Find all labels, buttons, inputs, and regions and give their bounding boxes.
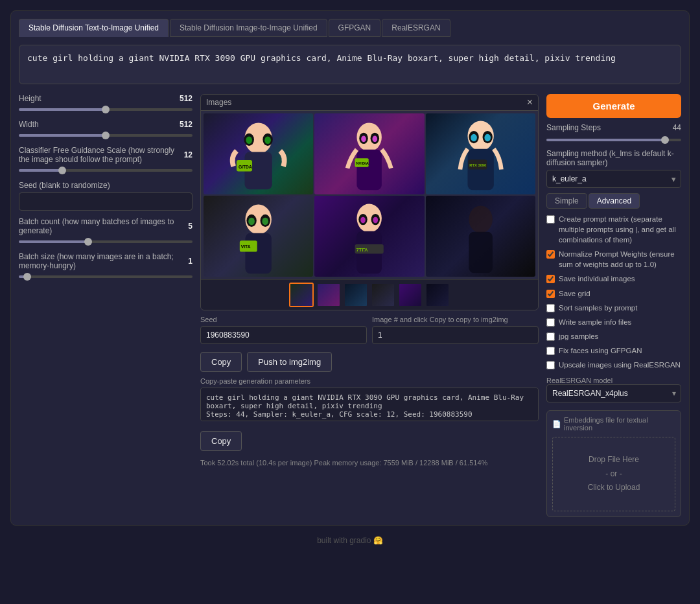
svg-text:RTX 3090: RTX 3090 (469, 163, 486, 167)
svg-text:NVIDIA: NVIDIA (356, 161, 369, 165)
image-num-input[interactable] (372, 326, 539, 344)
opt-write-info: Write sample info files (546, 317, 681, 327)
opt-save-grid-label: Save grid (559, 288, 590, 299)
prompt-input[interactable]: cute girl holding a giant NVIDIA RTX 309… (19, 45, 681, 84)
seed-field-label: Seed (200, 316, 367, 323)
cfg-scale-label: Classifier Free Guidance Scale (how stro… (19, 146, 184, 164)
batch-count-label: Batch count (how many batches of images … (19, 217, 188, 235)
opt-jpg-samples-checkbox[interactable] (546, 332, 555, 341)
opt-sort-samples-checkbox[interactable] (546, 304, 555, 312)
opt-save-individual: Save individual images (546, 273, 681, 284)
opt-save-grid-checkbox[interactable] (546, 290, 555, 298)
copy-paste-section: Copy-paste generation parameters cute gi… (200, 377, 539, 423)
thumbnail-1[interactable] (289, 283, 314, 307)
svg-point-40 (469, 205, 493, 233)
status-text: Took 52.02s total (10.4s per image) Peak… (200, 459, 539, 467)
advanced-options: Create prompt matrix (separate multiple … (546, 214, 681, 402)
svg-text:VITA: VITA (241, 244, 251, 249)
opt-normalize-weights-checkbox[interactable] (546, 250, 555, 259)
opt-upscale: Upscale images using RealESRGAN (546, 360, 681, 370)
tab-realesrgan[interactable]: RealESRGAN (382, 19, 450, 37)
thumbnail-2[interactable] (316, 283, 341, 307)
copy-button-2[interactable]: Copy (200, 431, 242, 451)
center-panel: Images × (200, 94, 539, 517)
width-param: Width 512 (19, 120, 192, 139)
height-slider-track[interactable] (19, 108, 192, 111)
opt-normalize-weights-label: Normalize Prompt Weights (ensure sum of … (559, 249, 681, 270)
svg-rect-41 (469, 232, 493, 273)
image-cell-4[interactable]: VITA (204, 196, 313, 277)
copy-button-1[interactable]: Copy (200, 352, 242, 372)
left-panel: Height 512 Width 512 (19, 94, 192, 517)
image-cell-3[interactable]: RTX 3090 (426, 113, 535, 194)
opt-save-grid: Save grid (546, 288, 681, 299)
copy-paste-label: Copy-paste generation parameters (200, 377, 539, 385)
realesrgan-select[interactable]: RealESRGAN_x4plus RealESRGAN_x4plus_anim… (546, 384, 681, 402)
modal-close-button[interactable]: × (527, 97, 533, 108)
svg-text:7TΓΛ: 7TΓΛ (356, 247, 369, 253)
svg-point-5 (264, 137, 271, 145)
batch-size-slider-track[interactable] (19, 275, 192, 278)
opt-save-individual-label: Save individual images (559, 273, 635, 284)
copy-push-row: Copy Push to img2img (200, 352, 539, 372)
image-modal: Images × (200, 94, 539, 310)
batch-count-param: Batch count (how many batches of images … (19, 217, 192, 246)
seed-imagenum-row: Seed Image # and click Copy to copy to i… (200, 316, 539, 344)
cfg-slider-track[interactable] (19, 169, 192, 172)
sub-tab-simple[interactable]: Simple (546, 193, 587, 209)
opt-prompt-matrix-checkbox[interactable] (546, 215, 555, 224)
batch-count-slider-track[interactable] (19, 240, 192, 243)
copy-params-btn-row: Copy (200, 431, 539, 451)
height-value: 512 (180, 94, 192, 103)
thumbnail-6[interactable] (425, 283, 450, 307)
seed-input[interactable] (19, 192, 192, 211)
image-cell-1[interactable]: GITDA (204, 113, 313, 194)
opt-upscale-checkbox[interactable] (546, 361, 555, 369)
realesrgan-model-section: RealESRGAN model RealESRGAN_x4plus RealE… (546, 374, 681, 402)
image-cell-6[interactable] (426, 196, 535, 277)
seed-label: Seed (blank to randomize) (19, 181, 192, 190)
opt-sort-samples-label: Sort samples by prompt (559, 303, 637, 313)
copy-paste-textarea[interactable]: cute girl holding a giant NVIDIA RTX 309… (200, 388, 539, 421)
opt-upscale-label: Upscale images using RealESRGAN (559, 360, 681, 370)
image-cell-2[interactable]: NVIDIA (314, 113, 424, 194)
tab-img2img[interactable]: Stable Diffusion Image-to-Image Unified (170, 19, 327, 37)
svg-point-37 (373, 217, 379, 224)
realesrgan-label: RealESRGAN model (546, 377, 681, 384)
opt-prompt-matrix: Create prompt matrix (separate multiple … (546, 214, 681, 245)
push-button[interactable]: Push to img2img (247, 352, 332, 372)
width-label: Width (19, 120, 39, 129)
opt-jpg-samples-label: jpg samples (559, 331, 598, 342)
sampling-steps-value: 44 (673, 123, 681, 132)
tab-gfpgan[interactable]: GFPGAN (329, 19, 381, 37)
drop-zone[interactable]: Drop File Here- or -Click to Upload (552, 437, 675, 511)
sampling-steps-label: Sampling Steps (546, 123, 601, 132)
cfg-scale-value: 12 (184, 150, 192, 159)
svg-point-13 (373, 136, 378, 143)
thumbnail-3[interactable] (344, 283, 368, 307)
opt-fix-faces-checkbox[interactable] (546, 347, 555, 355)
opt-fix-faces-label: Fix faces using GFPGAN (559, 345, 642, 356)
seed-field-input[interactable] (200, 326, 367, 344)
tab-txt2img[interactable]: Stable Diffusion Text-to-Image Unified (19, 19, 169, 37)
svg-point-20 (471, 134, 477, 142)
opt-write-info-checkbox[interactable] (546, 318, 555, 327)
width-slider-track[interactable] (19, 134, 192, 137)
image-cell-5[interactable]: 7TΓΛ (314, 196, 424, 277)
sampling-method-select[interactable]: k_euler_a k_euler k_lms DDIM PLMS (546, 170, 681, 188)
generate-button[interactable]: Generate (546, 94, 681, 118)
sub-tabs: Simple Advanced (546, 193, 681, 209)
thumbnail-4[interactable] (371, 283, 395, 307)
sub-tab-advanced[interactable]: Advanced (589, 193, 640, 209)
batch-size-value: 1 (188, 257, 192, 266)
opt-write-info-label: Write sample info files (559, 317, 631, 327)
svg-point-29 (262, 218, 268, 226)
sampling-steps-slider[interactable] (546, 139, 681, 141)
main-tabs: Stable Diffusion Text-to-Image Unified S… (19, 19, 681, 37)
svg-point-28 (248, 218, 255, 226)
thumbnail-strip (201, 279, 538, 310)
thumbnail-5[interactable] (398, 283, 423, 307)
opt-jpg-samples: jpg samples (546, 331, 681, 342)
opt-save-individual-checkbox[interactable] (546, 275, 555, 283)
batch-size-param: Batch size (how many images are in a bat… (19, 252, 192, 281)
